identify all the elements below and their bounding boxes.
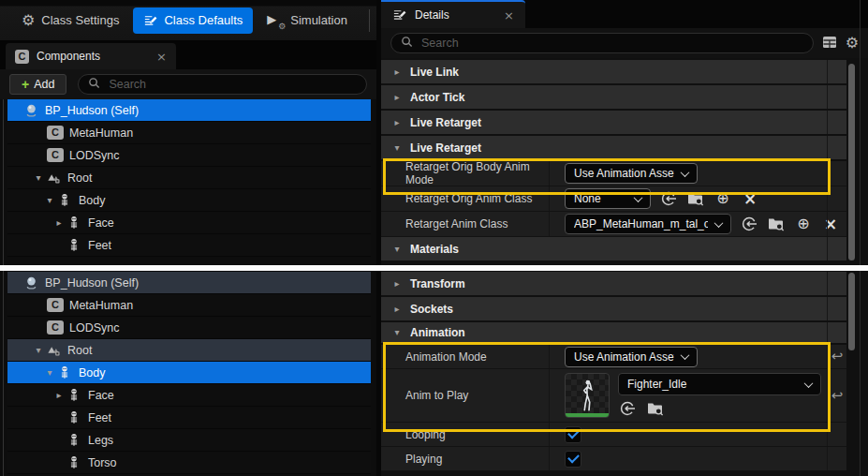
section-label: Actor Tick [410,91,464,104]
collapse-arrow-icon[interactable]: ▸ [52,218,66,228]
components-search-box[interactable] [78,74,367,95]
tree-item-metahuman[interactable]: ▾ C MetaHuman [7,122,371,144]
scrollbar-thumb[interactable] [848,64,855,260]
scrollbar-thumb[interactable] [848,273,855,350]
collapse-arrow-icon[interactable]: ▸ [52,391,66,400]
actor-icon [22,103,39,117]
class-defaults-button[interactable]: Class Defaults [133,7,253,34]
property-label: Animation Mode [381,345,550,368]
browse-asset-icon[interactable] [646,399,665,418]
components-search-input[interactable] [107,77,357,92]
expand-arrow-icon[interactable]: ▾ [32,173,45,183]
section-label: Live Link [410,66,459,79]
animation-mode-dropdown[interactable]: Use Animation Asset [565,347,698,367]
tree-item-label: Torso [88,456,117,469]
expand-arrow-icon[interactable]: ▾ [43,196,56,205]
class-settings-label: Class Settings [41,13,119,27]
revert-icon[interactable]: ↩ [831,389,844,403]
section-transform[interactable]: ▸ Transform [381,272,846,297]
scene-component-icon [45,343,62,357]
tree-item-bp-hudson-self[interactable]: ▾ BP_Hudson (Self) [7,272,371,294]
tree-item-torso[interactable]: ▸ Torso [7,452,371,474]
collapse-arrow-icon[interactable]: ▸ [390,279,404,289]
use-selected-asset-icon[interactable] [618,399,637,418]
section-live-retarget-collapsed[interactable]: ▸ Live Retarget [381,111,846,136]
tab-components[interactable]: C Components × [6,43,176,69]
simulation-button[interactable]: ▶ ⚙ Simulation [257,8,358,33]
section-animation[interactable]: ▾ Animation [381,322,846,345]
simulation-icon: ▶ ⚙ [267,13,284,28]
anim-to-play-dropdown[interactable]: Fighter_Idle [618,373,821,395]
section-actor-tick[interactable]: ▸ Actor Tick [381,85,846,111]
expand-arrow-icon[interactable]: ▾ [390,245,404,254]
expand-arrow-icon[interactable]: ▾ [390,143,404,153]
thumbnail-ground [566,413,609,417]
grid-view-icon[interactable] [822,36,837,52]
tree-item-bp-hudson-self[interactable]: ▾ BP_Hudson (Self) [7,99,371,122]
retarget-orig-anim-class-dropdown[interactable]: None [565,188,651,209]
tab-details[interactable]: Details × [381,0,525,28]
expand-arrow-icon[interactable]: ▾ [32,346,45,355]
details-tab-label: Details [415,8,449,22]
section-materials[interactable]: ▾ Materials [381,237,846,262]
tree-item-metahuman[interactable]: ▾ C MetaHuman [7,294,371,317]
revert-icon[interactable]: ↩ [831,350,844,364]
browse-asset-icon[interactable] [767,215,786,233]
tree-item-lodsync[interactable]: ▾ C LODSync [7,144,371,167]
tree-item-body[interactable]: ▾ Body [7,362,371,384]
collapse-arrow-icon[interactable]: ▸ [390,305,404,314]
section-sockets[interactable]: ▸ Sockets [381,297,846,322]
collapse-arrow-icon[interactable]: ▸ [390,67,404,77]
looping-checkbox[interactable] [565,426,581,443]
details-search-box[interactable] [390,33,814,53]
expand-arrow-icon[interactable]: ▾ [390,328,404,337]
use-selected-asset-icon[interactable] [740,215,758,233]
tree-item-root[interactable]: ▾ Root [7,167,371,189]
reset-column [827,423,846,446]
playing-checkbox[interactable] [565,451,581,468]
add-element-icon[interactable]: ⊕ [794,215,813,233]
tree-item-label: Root [67,171,92,185]
panel-border [3,99,4,265]
collapse-arrow-icon[interactable]: ▸ [390,118,404,127]
retarget-anim-class-dropdown[interactable]: ABP_MetaHuman_m_tal_ov [565,214,731,234]
collapse-arrow-icon[interactable]: ▸ [390,93,404,102]
close-icon[interactable]: × [156,51,167,63]
retarget-orig-body-anim-mode-dropdown[interactable]: Use Animation Asset [565,163,698,184]
browse-asset-icon[interactable] [686,189,705,208]
tree-item-legs[interactable]: ▸ Legs [7,429,371,452]
row-anim-to-play: Anim to Play Fighter_Idle [381,369,846,423]
tree-item-feet[interactable]: ▸ Feet [7,234,371,257]
chevron-down-icon [681,168,690,177]
tree-item-label: MetaHuman [69,126,133,140]
tree-item-label: Root [67,344,92,357]
tree-item-label: LODSync [69,149,120,162]
tree-item-root[interactable]: ▾ Root [7,339,371,362]
tree-item-face[interactable]: ▸ Face [7,212,371,234]
add-component-button[interactable]: + Add [9,74,66,95]
component-icon: C [47,320,64,335]
tree-item-feet[interactable]: ▸ Feet [7,407,371,429]
add-element-icon[interactable]: ⊕ [714,189,732,208]
tree-item-lodsync[interactable]: ▾ C LODSync [7,317,371,339]
details-search-input[interactable] [419,36,803,51]
details-rows-bottom: ▸ Transform ▸ Sockets ▾ Animation Animat… [381,272,846,471]
tree-item-body[interactable]: ▾ Body [7,189,371,212]
add-button-label: Add [34,78,54,91]
search-icon [88,77,100,92]
reset-column [827,161,846,186]
section-live-retarget-expanded[interactable]: ▾ Live Retarget [381,136,846,161]
class-settings-button[interactable]: ⚙ Class Settings [11,8,129,33]
expand-arrow-icon[interactable]: ▾ [43,368,56,378]
use-selected-asset-icon[interactable] [659,189,678,208]
actor-icon [22,275,39,290]
details-settings-gear-icon[interactable]: ⚙ [846,36,859,51]
close-icon[interactable]: × [504,9,514,22]
left-pane-top: ⚙ Class Settings Class Defaults ▶ ⚙ Simu… [0,0,376,265]
animation-thumbnail[interactable] [565,373,610,418]
clear-icon[interactable]: × [741,189,759,208]
section-live-link[interactable]: ▸ Live Link [381,60,846,85]
tree-item-label: BP_Hudson (Self) [45,104,139,117]
tree-item-face[interactable]: ▸ Face [7,384,371,407]
chevron-down-icon [681,350,690,360]
